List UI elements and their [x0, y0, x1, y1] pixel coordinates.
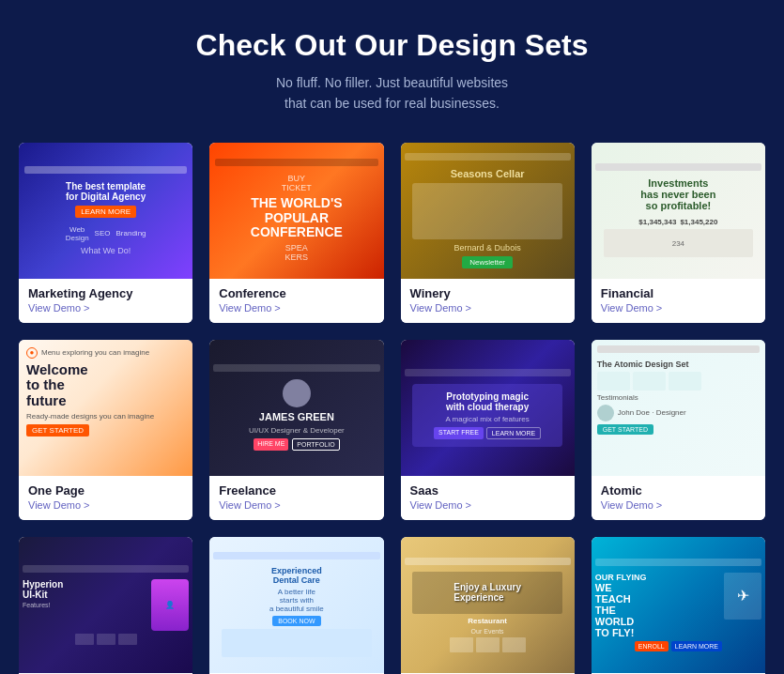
card-thumb-winery: Seasons Cellar Bernard & Dubois Newslett… [401, 143, 575, 279]
card-dentist[interactable]: ExperiencedDental Care A better lifestar… [209, 537, 383, 674]
card-financial[interactable]: Investmentshas never beenso profitable! … [592, 143, 765, 323]
card-thumb-conference: BUYTICKET THE WORLD'SPOPULARCONFERENCE S… [209, 143, 383, 279]
card-thumb-saas: Prototyping magicwith cloud therapy A ma… [401, 340, 575, 476]
card-info-winery: Winery View Demo > [401, 279, 575, 323]
card-demo-link-freelance[interactable]: View Demo > [219, 499, 374, 511]
card-info-financial: Financial View Demo > [592, 279, 765, 323]
card-name-winery: Winery [410, 286, 565, 300]
card-info-freelance: Freelance View Demo > [209, 476, 383, 520]
card-name-conference: Conference [219, 286, 374, 300]
card-demo-link-saas[interactable]: View Demo > [410, 499, 565, 511]
card-thumb-bed-n-breakfast: Enjoy a LuxuryExperience Restaurant Our … [401, 537, 575, 673]
card-info-one-page: One Page View Demo > [19, 476, 192, 520]
card-demo-link-one-page[interactable]: View Demo > [28, 499, 183, 511]
card-atomic[interactable]: The Atomic Design Set Testimonials John … [592, 340, 765, 520]
card-bed-n-breakfast[interactable]: Enjoy a LuxuryExperience Restaurant Our … [401, 537, 575, 674]
card-hyperion[interactable]: HyperionUI-Kit Features! 👤 Hyperion View… [19, 537, 192, 674]
card-flight-school[interactable]: OUR FLYING WETEACHTHEWORLDTO FLY! ✈ ENRO… [592, 537, 765, 674]
page-header: Check Out Our Design Sets No fluff. No f… [19, 28, 765, 115]
card-name-financial: Financial [601, 286, 756, 300]
card-thumb-dentist: ExperiencedDental Care A better lifestar… [209, 537, 383, 673]
card-info-atomic: Atomic View Demo > [592, 476, 765, 520]
card-name-saas: Saas [410, 483, 565, 498]
cards-grid: The best templatefor Digital Agency LEAR… [19, 143, 765, 674]
card-thumb-one-page: ● Menu exploring you can imagine Welcome… [19, 340, 192, 476]
card-saas[interactable]: Prototyping magicwith cloud therapy A ma… [401, 340, 575, 520]
card-demo-link-conference[interactable]: View Demo > [219, 302, 374, 314]
card-name-one-page: One Page [28, 483, 183, 498]
card-info-marketing-agency: Marketing Agency View Demo > [19, 279, 192, 323]
card-name-marketing-agency: Marketing Agency [28, 286, 183, 300]
card-thumb-flight-school: OUR FLYING WETEACHTHEWORLDTO FLY! ✈ ENRO… [592, 537, 765, 673]
card-thumb-atomic: The Atomic Design Set Testimonials John … [592, 340, 765, 476]
card-demo-link-atomic[interactable]: View Demo > [601, 499, 756, 511]
card-freelance[interactable]: JAMES GREEN UI/UX Designer & Developer H… [209, 340, 383, 520]
card-name-freelance: Freelance [219, 483, 374, 498]
card-thumb-marketing-agency: The best templatefor Digital Agency LEAR… [19, 143, 192, 279]
card-thumb-financial: Investmentshas never beenso profitable! … [592, 143, 765, 279]
card-marketing-agency[interactable]: The best templatefor Digital Agency LEAR… [19, 143, 192, 323]
card-demo-link-marketing-agency[interactable]: View Demo > [28, 302, 183, 314]
card-name-atomic: Atomic [601, 483, 756, 498]
card-conference[interactable]: BUYTICKET THE WORLD'SPOPULARCONFERENCE S… [209, 143, 383, 323]
card-demo-link-winery[interactable]: View Demo > [410, 302, 565, 314]
card-thumb-hyperion: HyperionUI-Kit Features! 👤 [19, 537, 192, 673]
page-title: Check Out Our Design Sets [19, 28, 765, 63]
card-thumb-freelance: JAMES GREEN UI/UX Designer & Developer H… [209, 340, 383, 476]
card-one-page[interactable]: ● Menu exploring you can imagine Welcome… [19, 340, 192, 520]
card-info-conference: Conference View Demo > [209, 279, 383, 323]
card-demo-link-financial[interactable]: View Demo > [601, 302, 756, 314]
card-winery[interactable]: Seasons Cellar Bernard & Dubois Newslett… [401, 143, 575, 323]
page-subtitle: No fluff. No filler. Just beautiful webs… [19, 72, 765, 115]
card-info-saas: Saas View Demo > [401, 476, 575, 520]
